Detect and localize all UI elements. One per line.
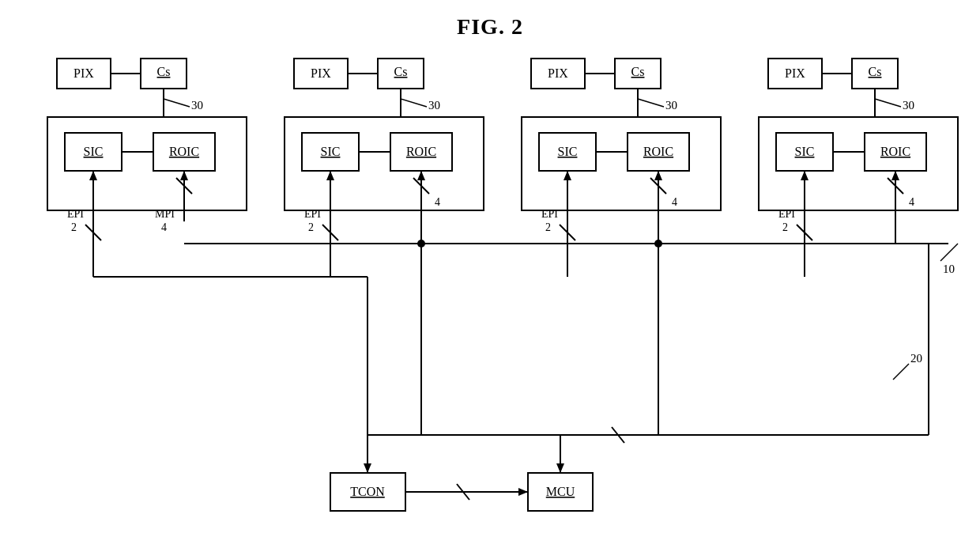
svg-line-83 <box>875 99 901 107</box>
svg-line-85 <box>893 364 909 380</box>
roic1-label: ROIC <box>169 145 199 158</box>
pix2-label: PIX <box>311 66 331 80</box>
svg-line-80 <box>164 99 190 107</box>
page-title: FIG. 2 <box>0 0 980 40</box>
cs2-label: Cs <box>394 65 408 78</box>
ref30-3: 30 <box>665 99 677 112</box>
mpi1-label: MPI <box>155 208 175 220</box>
cs4-label: Cs <box>869 65 882 78</box>
ref30-4: 30 <box>903 99 914 112</box>
tcon-label: TCON <box>350 485 385 498</box>
sic3-label: SIC <box>558 145 578 158</box>
mpi2-num: 4 <box>435 196 440 208</box>
epi4-num: 2 <box>782 221 788 233</box>
sic1-label: SIC <box>84 145 104 158</box>
epi2-num: 2 <box>308 221 314 233</box>
mpi4-num: 4 <box>909 196 914 208</box>
epi3-num: 2 <box>545 221 551 233</box>
mpi1-num: 4 <box>161 221 167 233</box>
diagram-area: PIX PIX PIX PIX Cs Cs Cs Cs SIC SIC SIC … <box>24 47 956 538</box>
epi1-label: EPI <box>67 208 84 220</box>
ref30-1: 30 <box>191 99 203 112</box>
diagram-svg: PIX PIX PIX PIX Cs Cs Cs Cs SIC SIC SIC … <box>24 47 956 538</box>
pix3-label: PIX <box>548 66 568 80</box>
epi3-label: EPI <box>541 208 558 220</box>
mpi3-num: 4 <box>672 196 677 208</box>
pix4-label: PIX <box>785 66 805 80</box>
ref30-2: 30 <box>428 99 440 112</box>
roic4-label: ROIC <box>880 145 910 158</box>
svg-line-82 <box>638 99 664 107</box>
epi4-label: EPI <box>778 208 795 220</box>
mcu-label: MCU <box>546 485 575 498</box>
sic2-label: SIC <box>321 145 341 158</box>
svg-line-84 <box>940 244 958 261</box>
svg-marker-67 <box>556 463 564 473</box>
cs1-label: Cs <box>157 65 171 78</box>
svg-marker-70 <box>518 488 528 496</box>
roic3-label: ROIC <box>643 145 673 158</box>
ref20-label: 20 <box>910 352 922 365</box>
epi1-num: 2 <box>71 221 77 233</box>
ref10-label: 10 <box>943 263 955 275</box>
pix1-label: PIX <box>74 66 94 80</box>
epi2-label: EPI <box>304 208 321 220</box>
roic2-label: ROIC <box>406 145 436 158</box>
sic4-label: SIC <box>795 145 815 158</box>
svg-line-81 <box>401 99 427 107</box>
cs3-label: Cs <box>631 65 645 78</box>
